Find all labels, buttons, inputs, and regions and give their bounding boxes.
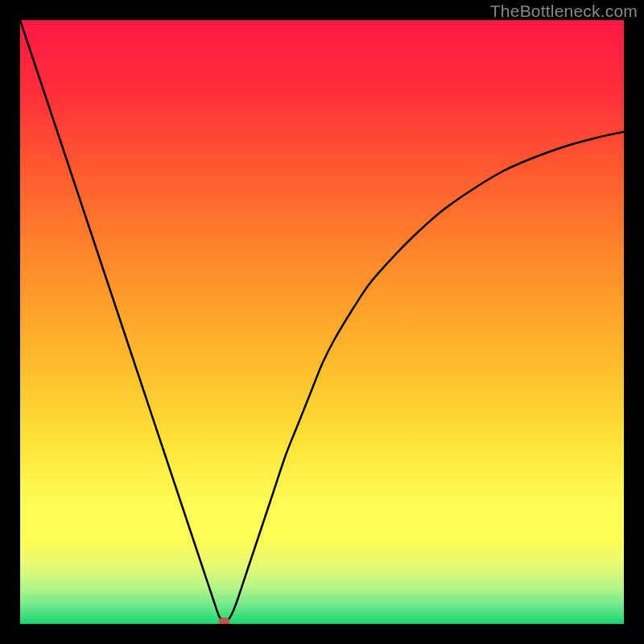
chart-svg <box>20 20 624 624</box>
watermark-text: TheBottleneck.com <box>490 2 638 21</box>
plot-area <box>20 20 624 624</box>
chart-background <box>20 20 624 624</box>
chart-frame: TheBottleneck.com <box>0 0 644 644</box>
